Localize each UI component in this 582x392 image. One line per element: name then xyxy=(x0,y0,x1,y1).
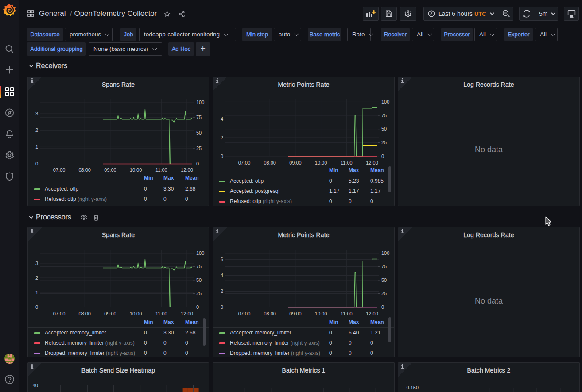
svg-text:1: 1 xyxy=(35,144,38,150)
svg-text:25: 25 xyxy=(381,291,387,296)
svg-text:4: 4 xyxy=(221,116,223,122)
svg-text:10:00: 10:00 xyxy=(130,311,142,316)
svg-text:07:00: 07:00 xyxy=(238,311,251,316)
svg-text:08:00: 08:00 xyxy=(78,167,91,173)
svg-text:0: 0 xyxy=(196,304,199,310)
svg-text:75: 75 xyxy=(381,264,387,269)
svg-text:09:00: 09:00 xyxy=(104,311,116,316)
svg-text:12:00: 12:00 xyxy=(181,167,193,173)
svg-text:0: 0 xyxy=(35,304,38,310)
svg-text:11:00: 11:00 xyxy=(341,311,353,316)
svg-text:2: 2 xyxy=(221,288,223,294)
svg-text:75: 75 xyxy=(381,113,387,118)
svg-text:100: 100 xyxy=(196,100,204,105)
svg-text:100: 100 xyxy=(196,250,204,256)
svg-text:08:00: 08:00 xyxy=(264,311,276,316)
svg-text:09:00: 09:00 xyxy=(104,167,116,173)
svg-text:07:00: 07:00 xyxy=(53,167,66,173)
svg-text:09:00: 09:00 xyxy=(289,160,302,165)
svg-text:10:00: 10:00 xyxy=(315,311,327,316)
svg-text:3: 3 xyxy=(35,261,38,266)
svg-text:50: 50 xyxy=(381,277,387,283)
svg-text:0.150: 0.150 xyxy=(406,385,419,390)
svg-text:50: 50 xyxy=(196,277,202,283)
svg-text:0: 0 xyxy=(381,154,384,159)
svg-text:2: 2 xyxy=(35,127,38,133)
svg-text:100: 100 xyxy=(381,250,389,256)
svg-text:50: 50 xyxy=(196,130,202,135)
svg-text:75: 75 xyxy=(196,264,202,269)
svg-text:0: 0 xyxy=(381,304,384,310)
svg-text:12:00: 12:00 xyxy=(366,311,378,316)
svg-text:50: 50 xyxy=(381,126,387,131)
svg-text:08:00: 08:00 xyxy=(264,160,276,165)
svg-text:0: 0 xyxy=(221,154,223,159)
svg-text:25: 25 xyxy=(381,140,387,145)
svg-text:12:00: 12:00 xyxy=(181,311,193,316)
svg-text:4: 4 xyxy=(221,273,223,278)
svg-text:12:00: 12:00 xyxy=(366,160,378,165)
svg-text:3: 3 xyxy=(35,111,38,116)
svg-text:2: 2 xyxy=(221,135,223,140)
svg-text:10:00: 10:00 xyxy=(130,167,142,173)
svg-text:10:00: 10:00 xyxy=(315,160,327,165)
svg-text:6: 6 xyxy=(221,257,223,262)
svg-text:25: 25 xyxy=(196,291,202,296)
svg-text:11:00: 11:00 xyxy=(341,160,353,165)
svg-text:100: 100 xyxy=(381,99,389,104)
svg-text:2: 2 xyxy=(35,275,38,281)
svg-text:07:00: 07:00 xyxy=(53,311,66,316)
svg-text:07:00: 07:00 xyxy=(238,160,251,165)
svg-text:0: 0 xyxy=(35,161,38,166)
svg-text:25: 25 xyxy=(196,146,202,151)
svg-text:75: 75 xyxy=(196,115,202,120)
svg-text:1: 1 xyxy=(35,290,38,295)
svg-text:11:00: 11:00 xyxy=(155,311,167,316)
svg-text:08:00: 08:00 xyxy=(78,311,91,316)
svg-text:09:00: 09:00 xyxy=(289,311,302,316)
svg-text:11:00: 11:00 xyxy=(155,167,167,173)
svg-text:0: 0 xyxy=(221,304,223,310)
svg-text:40: 40 xyxy=(33,383,38,388)
svg-text:0: 0 xyxy=(196,161,199,166)
